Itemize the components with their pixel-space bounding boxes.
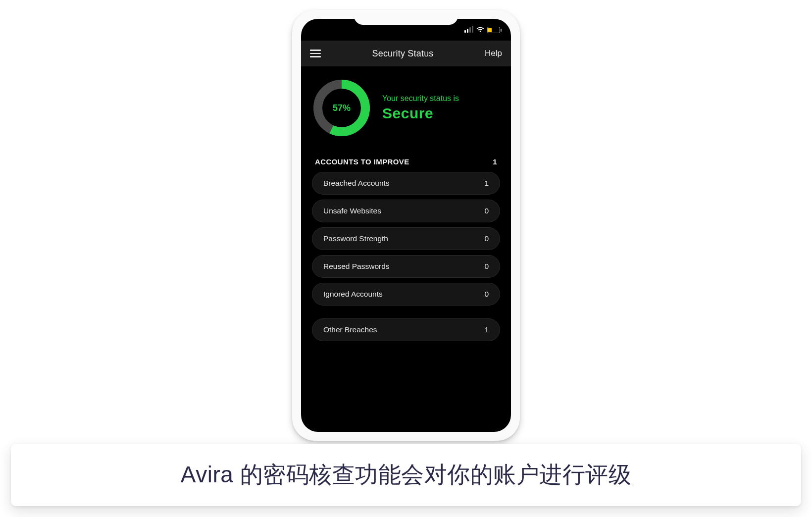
phone-screen: Security Status Help 57% Your security s… — [301, 19, 511, 432]
row-count: 1 — [484, 325, 489, 334]
section-title: ACCOUNTS TO IMPROVE — [315, 157, 409, 166]
page-title: Security Status — [372, 49, 433, 59]
row-label: Breached Accounts — [323, 179, 390, 188]
row-count: 1 — [484, 179, 489, 188]
row-breached-accounts[interactable]: Breached Accounts 1 — [312, 172, 500, 195]
security-status-line2: Secure — [382, 105, 459, 122]
accounts-to-improve-header: ACCOUNTS TO IMPROVE 1 — [312, 157, 500, 172]
row-label: Other Breaches — [323, 325, 377, 334]
battery-icon — [487, 27, 500, 33]
caption-panel: Avira 的密码核查功能会对你的账户进行评级 — [11, 444, 801, 506]
row-password-strength[interactable]: Password Strength 0 — [312, 227, 500, 250]
caption-text: Avira 的密码核查功能会对你的账户进行评级 — [181, 462, 631, 487]
row-ignored-accounts[interactable]: Ignored Accounts 0 — [312, 283, 500, 306]
security-status-summary: 57% Your security status is Secure — [312, 78, 500, 138]
help-button[interactable]: Help — [485, 49, 502, 58]
app-header: Security Status Help — [301, 41, 511, 66]
phone-notch — [354, 10, 458, 25]
row-label: Unsafe Websites — [323, 207, 381, 215]
accounts-list: Breached Accounts 1 Unsafe Websites 0 Pa… — [312, 172, 500, 306]
row-label: Password Strength — [323, 234, 388, 243]
row-count: 0 — [484, 262, 489, 271]
security-status-line1: Your security status is — [382, 94, 459, 103]
wifi-icon — [476, 27, 484, 33]
security-score-percent: 57% — [312, 78, 371, 138]
menu-icon[interactable] — [310, 50, 321, 57]
row-count: 0 — [484, 290, 489, 299]
statusbar-left-block — [313, 24, 341, 34]
row-label: Ignored Accounts — [323, 290, 383, 299]
row-count: 0 — [484, 207, 489, 215]
row-reused-passwords[interactable]: Reused Passwords 0 — [312, 255, 500, 278]
phone-frame: Security Status Help 57% Your security s… — [292, 10, 520, 441]
cellular-signal-icon — [464, 27, 473, 33]
row-count: 0 — [484, 234, 489, 243]
security-score-donut: 57% — [312, 78, 371, 138]
row-other-breaches[interactable]: Other Breaches 1 — [312, 318, 500, 341]
section-count: 1 — [493, 157, 497, 166]
row-label: Reused Passwords — [323, 262, 390, 271]
row-unsafe-websites[interactable]: Unsafe Websites 0 — [312, 200, 500, 222]
